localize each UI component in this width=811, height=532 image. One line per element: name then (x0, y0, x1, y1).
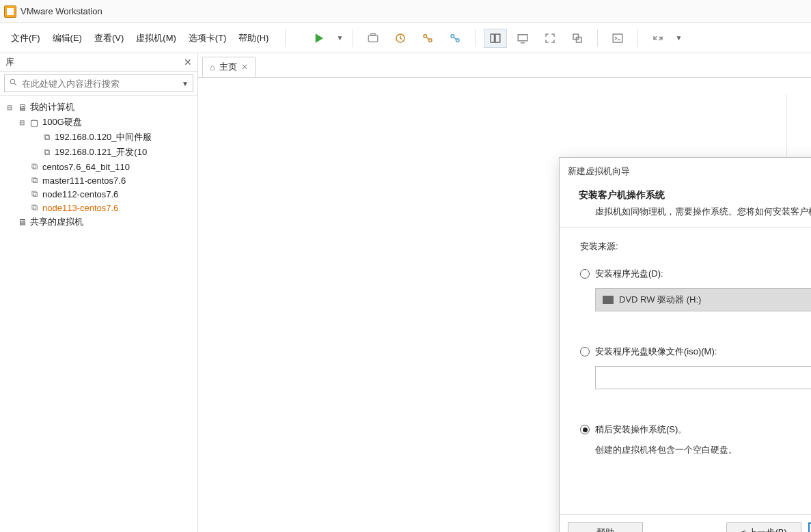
sidebar-header: 库 ✕ (0, 53, 197, 72)
option-later-desc: 创建的虚拟机将包含一个空白硬盘。 (595, 444, 811, 456)
dialog-header-title: 安装客户机操作系统 (579, 189, 811, 201)
svg-rect-10 (519, 34, 528, 40)
tree-vm-121[interactable]: ⧉ 192.168.0.121_开发(10 (3, 145, 195, 160)
vm-icon: ⧉ (29, 161, 40, 172)
search-input[interactable] (22, 79, 178, 89)
power-dropdown[interactable]: ▼ (335, 29, 344, 48)
back-label: < 上一步(B) (741, 527, 787, 533)
radio-row-disc[interactable]: 安装程序光盘(D): (580, 268, 811, 280)
search-icon (9, 78, 18, 89)
radio-later-label: 稍后安装操作系统(S)。 (595, 423, 687, 436)
tree-root-my-computer[interactable]: ⊟ 🖥 我的计算机 (3, 100, 195, 115)
fullscreen-icon[interactable] (538, 29, 562, 48)
tree-label: 192.168.0.121_开发(10 (55, 146, 147, 158)
svg-marker-0 (316, 33, 323, 43)
snapshot-manager-icon[interactable] (443, 29, 467, 48)
option-install-later: 稍后安装操作系统(S)。 创建的虚拟机将包含一个空白硬盘。 (580, 423, 811, 456)
menu-tabs[interactable]: 选项卡(T) (189, 32, 227, 44)
separator (597, 29, 598, 47)
tab-close[interactable]: ✕ (241, 62, 248, 72)
twisty-icon[interactable]: ⊟ (18, 119, 26, 126)
monitor-icon: 🖥 (16, 217, 27, 227)
menu-help[interactable]: 帮助(H) (238, 32, 269, 44)
tree-vm-node112[interactable]: ⧉ node112-centos7.6 (3, 187, 195, 201)
tree-vm-node113[interactable]: ⧉ node113-centos7.6 (3, 201, 195, 214)
tree-label: node112-centos7.6 (42, 189, 118, 199)
search-dropdown[interactable]: ▼ (182, 80, 189, 87)
tree-folder-100g[interactable]: ⊟ ▢ 100G硬盘 (3, 115, 195, 130)
tree-label: 192.168.0.120_中间件服 (55, 131, 152, 143)
sidebar-search-row: ▼ (0, 72, 197, 96)
back-button[interactable]: < 上一步(B) (726, 522, 801, 533)
tree-vm-120[interactable]: ⧉ 192.168.0.120_中间件服 (3, 130, 195, 145)
sidebar-title: 库 (5, 56, 14, 68)
separator (285, 29, 286, 47)
option-installer-disc: 安装程序光盘(D): DVD RW 驱动器 (H:) ▼ (580, 268, 811, 311)
vm-icon: ⧉ (41, 147, 52, 158)
twisty-icon[interactable]: ⊟ (5, 104, 14, 111)
unity-icon[interactable] (566, 29, 589, 48)
stretch-icon[interactable] (646, 29, 670, 48)
tab-home[interactable]: ⌂ 主页 ✕ (202, 57, 256, 77)
radio-row-later[interactable]: 稍后安装操作系统(S)。 (580, 423, 811, 436)
next-button[interactable]: 下一步(N) > (808, 522, 811, 533)
dialog-header: 安装客户机操作系统 虚拟机如同物理机，需要操作系统。您将如何安装客户机操作系统? (560, 185, 811, 228)
console-icon[interactable] (606, 29, 629, 48)
folder-icon: ▢ (29, 117, 40, 128)
tree-vm-master111[interactable]: ⧉ master111-centos7.6 (3, 173, 195, 187)
manage-snapshot-icon[interactable] (416, 29, 439, 48)
tree-label: 100G硬盘 (42, 116, 82, 128)
radio-iso[interactable] (580, 347, 590, 356)
tree-label: 我的计算机 (30, 101, 74, 113)
monitor-icon: 🖥 (16, 102, 27, 113)
main-area: 库 ✕ ▼ ⊟ 🖥 我的计算机 ⊟ ▢ 100G硬盘 (0, 53, 811, 532)
separator (475, 29, 476, 47)
revert-icon[interactable] (389, 29, 412, 48)
library-tree: ⊟ 🖥 我的计算机 ⊟ ▢ 100G硬盘 ⧉ 192.168.0.120_中间件… (0, 96, 197, 234)
dialog-footer: 帮助 < 上一步(B) 下一步(N) > 取消 (560, 514, 811, 532)
app-icon (4, 5, 16, 18)
drive-icon (603, 296, 614, 304)
help-label: 帮助 (596, 527, 614, 533)
window-titlebar: VMware Workstation (0, 0, 811, 23)
tab-label: 主页 (219, 61, 237, 73)
app-title: VMware Workstation (20, 6, 102, 16)
drive-combo[interactable]: DVD RW 驱动器 (H:) ▼ (595, 288, 811, 311)
iso-path-combo[interactable]: ▼ (595, 366, 811, 389)
tree-label: centos7.6_64_bit_110 (42, 162, 130, 172)
menu-file[interactable]: 文件(F) (11, 32, 40, 44)
stretch-dropdown[interactable]: ▼ (674, 29, 683, 48)
power-on-button[interactable] (307, 29, 331, 48)
new-vm-wizard-dialog: 新建虚拟机向导 ✕ 安装客户机操作系统 虚拟机如同物理机，需要操作系统。您将如何… (559, 157, 811, 532)
menubar: 文件(F) 编辑(E) 查看(V) 虚拟机(M) 选项卡(T) 帮助(H) ▼ … (0, 23, 811, 53)
tabstrip: ⌂ 主页 ✕ (198, 53, 811, 78)
menu-vm[interactable]: 虚拟机(M) (136, 32, 176, 44)
search-box[interactable]: ▼ (4, 74, 193, 92)
menu-edit[interactable]: 编辑(E) (53, 32, 82, 44)
radio-later[interactable] (580, 425, 590, 434)
radio-disc[interactable] (580, 269, 590, 279)
svg-rect-13 (614, 34, 623, 42)
menu-view[interactable]: 查看(V) (94, 32, 124, 44)
snapshot-icon[interactable] (361, 29, 385, 48)
drive-combo-value: DVD RW 驱动器 (H:) (619, 294, 701, 306)
dialog-header-sub: 虚拟机如同物理机，需要操作系统。您将如何安装客户机操作系统? (579, 206, 811, 218)
radio-disc-label: 安装程序光盘(D): (595, 268, 663, 280)
tree-label: node113-centos7.6 (42, 203, 118, 213)
tree-shared-vms[interactable]: 🖥 共享的虚拟机 (3, 214, 195, 229)
help-button[interactable]: 帮助 (568, 522, 643, 533)
vm-icon: ⧉ (29, 175, 40, 186)
dialog-titlebar[interactable]: 新建虚拟机向导 ✕ (560, 158, 811, 185)
tree-label: 共享的虚拟机 (30, 216, 83, 228)
view-console-icon[interactable] (511, 29, 534, 48)
tree-vm-centos110[interactable]: ⧉ centos7.6_64_bit_110 (3, 160, 195, 173)
sidebar-close[interactable]: ✕ (184, 57, 192, 68)
tree-label: master111-centos7.6 (42, 176, 126, 186)
vm-icon: ⧉ (41, 132, 52, 143)
separator (637, 29, 638, 47)
view-single-icon[interactable] (484, 29, 507, 48)
radio-row-iso[interactable]: 安装程序光盘映像文件(iso)(M): (580, 346, 811, 358)
svg-point-4 (424, 34, 427, 38)
toolbar: ▼ ▼ (307, 29, 683, 48)
svg-rect-8 (491, 34, 495, 42)
